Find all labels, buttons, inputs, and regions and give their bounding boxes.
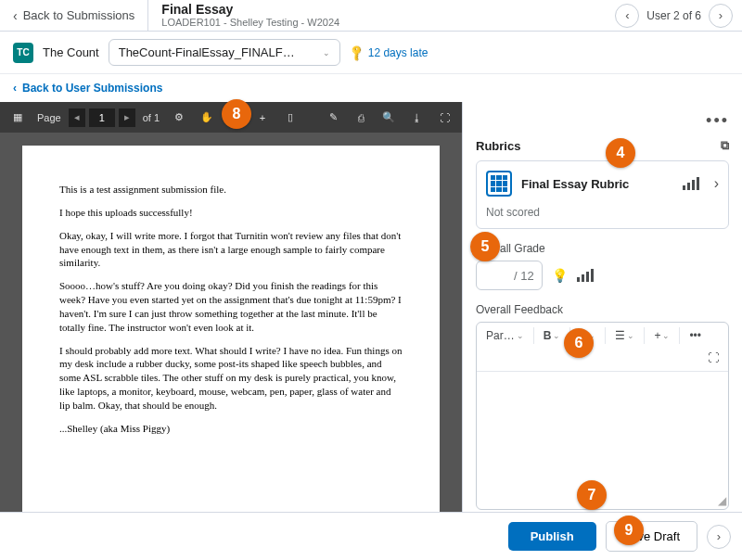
chevron-down-icon: ⌄ (323, 48, 330, 57)
fullscreen-icon: ⛶ (708, 351, 719, 364)
rubrics-heading: Rubrics (476, 139, 520, 153)
document-viewport[interactable]: This is a test assignment submission fil… (0, 133, 462, 534)
expand-rubric-button[interactable]: › (714, 175, 719, 192)
doc-paragraph: ...Shelley (aka Miss Piggy) (59, 422, 403, 436)
download-button[interactable]: ⭳ (404, 106, 429, 130)
fullscreen-button[interactable]: ⛶ (432, 106, 456, 130)
hint-icon[interactable]: 💡 (552, 268, 568, 283)
user-counter: User 2 of 6 (646, 9, 701, 22)
more-tools-button[interactable]: ••• (685, 326, 705, 345)
overall-feedback-heading: Overall Feedback (476, 303, 729, 316)
overall-grade-heading: Overall Grade (476, 242, 729, 255)
print-icon: ⎙ (358, 112, 365, 123)
late-text: 12 days late (368, 46, 429, 59)
grade-input[interactable] (484, 269, 510, 283)
student-name: The Count (43, 45, 99, 59)
late-badge: 🔑 12 days late (350, 46, 429, 59)
doc-paragraph: Soooo…how's stuff? Are you doing okay? D… (59, 279, 403, 334)
chevron-right-icon: › (719, 8, 723, 22)
rubric-status: Not scored (486, 206, 719, 219)
prev-user-button[interactable]: ‹ (615, 4, 639, 28)
search-icon: 🔍 (382, 111, 395, 123)
annotate-button[interactable]: ✎ (321, 106, 345, 130)
callout-5: 5 (470, 232, 500, 261)
chevron-down-icon: ⌄ (517, 331, 524, 340)
chevron-right-icon: › (717, 529, 721, 543)
page-icon: ▯ (288, 111, 293, 123)
search-button[interactable]: 🔍 (377, 106, 401, 130)
print-button[interactable]: ⎙ (349, 106, 373, 130)
key-icon: 🔑 (347, 43, 366, 62)
caret-right-icon: ▸ (124, 111, 130, 123)
prev-page-button[interactable]: ◂ (69, 108, 85, 127)
chevron-left-icon: ‹ (13, 82, 17, 95)
grade-stats-icon[interactable] (577, 269, 594, 282)
gear-icon: ⚙ (174, 111, 184, 123)
next-user-button[interactable]: › (709, 4, 733, 28)
chevron-down-icon: ⌄ (553, 331, 560, 340)
chevron-left-icon: ‹ (13, 8, 18, 23)
callout-7: 7 (577, 480, 607, 510)
fullscreen-icon: ⛶ (440, 112, 450, 123)
pan-button[interactable]: ✋ (195, 106, 219, 130)
fit-page-button[interactable]: ▯ (278, 106, 302, 130)
thumbnails-button[interactable]: ▦ (6, 106, 30, 130)
doc-paragraph: This is a test assignment submission fil… (59, 183, 403, 197)
grade-input-wrapper: / 12 (476, 261, 543, 290)
assignment-title: Final Essay (161, 2, 339, 18)
page-number-input[interactable] (89, 108, 115, 127)
publish-button[interactable]: Publish (508, 522, 596, 551)
avatar: TC (13, 43, 33, 63)
insert-button[interactable]: +⌄ (650, 326, 673, 345)
file-dropdown[interactable]: TheCount-FinalEssay_FINALF… ⌄ (109, 39, 340, 66)
chevron-down-icon: ⌄ (662, 331, 670, 340)
bold-icon: B (544, 329, 552, 342)
popout-icon[interactable]: ⧉ (721, 138, 729, 153)
callout-6: 6 (564, 328, 594, 358)
back-to-user-submissions-link[interactable]: ‹ Back to User Submissions (0, 74, 742, 102)
doc-paragraph: Okay, okay, I will write more. I forgot … (59, 229, 403, 271)
callout-4: 4 (606, 138, 635, 168)
doc-paragraph: I should probably add more text. What sh… (59, 344, 403, 413)
plus-icon: + (654, 329, 660, 342)
download-icon: ⭳ (412, 112, 422, 123)
zoom-in-button[interactable]: + (250, 106, 275, 130)
list-icon: ☰ (615, 329, 625, 342)
more-actions-button[interactable]: ••• (476, 109, 729, 133)
grid-icon: ▦ (13, 111, 22, 123)
stats-icon[interactable] (683, 177, 699, 190)
callout-9: 9 (614, 515, 644, 545)
zoom-in-icon: + (260, 112, 265, 123)
next-page-button[interactable]: ▸ (119, 108, 135, 127)
paragraph-format-dropdown[interactable]: Par…⌄ (482, 326, 528, 345)
back-user-label: Back to User Submissions (22, 82, 162, 95)
bold-button[interactable]: B⌄ (540, 326, 565, 345)
back-to-submissions-label: Back to Submissions (23, 8, 135, 22)
page-total: of 1 (143, 112, 160, 123)
hand-icon: ✋ (200, 111, 213, 123)
rubric-card: Final Essay Rubric › Not scored (476, 160, 729, 229)
file-name-label: TheCount-FinalEssay_FINALF… (119, 45, 295, 59)
dots-icon: ••• (689, 329, 701, 342)
footer-next-button[interactable]: › (707, 525, 731, 549)
resize-handle-icon[interactable]: ◢ (718, 494, 726, 507)
divider (147, 0, 148, 32)
callout-8: 8 (222, 99, 251, 129)
chevron-down-icon: ⌄ (627, 331, 634, 340)
rubric-icon (486, 171, 512, 197)
editor-fullscreen-button[interactable]: ⛶ (704, 349, 723, 367)
settings-button[interactable]: ⚙ (167, 106, 191, 130)
doc-paragraph: I hope this uploads successfully! (59, 206, 403, 220)
caret-left-icon: ◂ (74, 111, 80, 123)
document-page: This is a test assignment submission fil… (22, 146, 440, 516)
feedback-editor: Par…⌄ B⌄ ≡⌄ ☰⌄ +⌄ ••• ⛶ ◢ (476, 322, 729, 510)
chevron-left-icon: ‹ (625, 8, 629, 22)
pen-icon: ✎ (329, 111, 338, 123)
course-subtitle: LOADER101 - Shelley Testing - W2024 (161, 17, 339, 29)
list-button[interactable]: ☰⌄ (611, 326, 638, 345)
grade-max: / 12 (514, 269, 534, 283)
page-label: Page (37, 112, 61, 123)
rubric-name: Final Essay Rubric (521, 177, 673, 191)
back-to-submissions-link[interactable]: ‹ Back to Submissions (13, 8, 134, 23)
